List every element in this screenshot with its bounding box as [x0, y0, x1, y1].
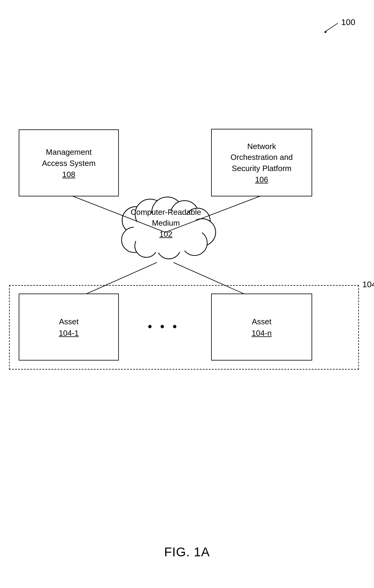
asset-n-ref: 104-n: [252, 329, 272, 338]
asset-1-box: Asset 104-1: [19, 294, 119, 361]
management-access-system-box: ManagementAccess System 108: [19, 129, 119, 196]
assets-group-ref: 104: [362, 280, 374, 289]
management-access-system-label: ManagementAccess System: [42, 147, 96, 169]
cloud-medium-label: Computer-ReadableMedium 102: [118, 207, 214, 240]
network-orchestration-box: NetworkOrchestration andSecurity Platfor…: [211, 129, 312, 196]
cloud-medium-ref: 102: [159, 230, 172, 239]
ellipsis-dots: • • •: [148, 320, 179, 333]
management-access-system-ref: 108: [62, 170, 75, 179]
asset-n-label: Asset: [252, 316, 271, 327]
asset-n-box: Asset 104-n: [211, 294, 312, 361]
asset-1-ref: 104-1: [59, 329, 79, 338]
network-orchestration-label: NetworkOrchestration andSecurity Platfor…: [230, 141, 293, 174]
network-orchestration-ref: 106: [255, 175, 268, 184]
asset-1-label: Asset: [59, 316, 78, 327]
figure-label: FIG. 1A: [164, 545, 210, 559]
diagram-container: 100: [0, 0, 374, 588]
